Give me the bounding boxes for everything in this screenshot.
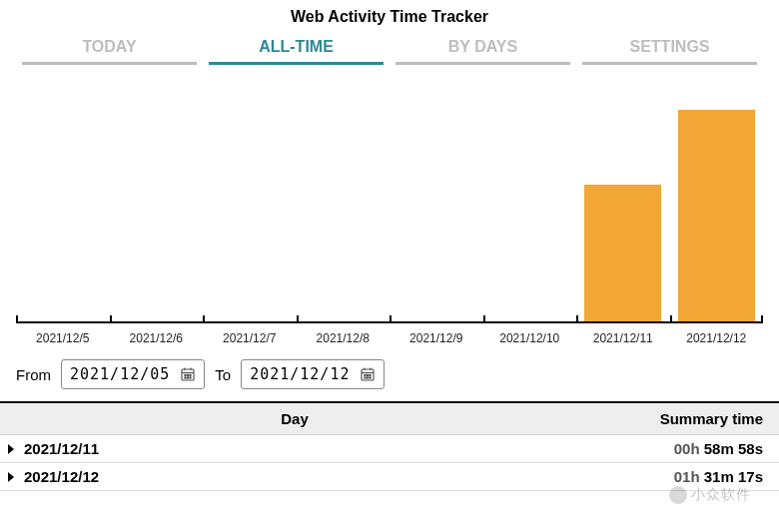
from-label: From <box>16 366 51 383</box>
svg-point-19 <box>370 377 371 378</box>
tab-bar: TODAY ALL-TIME BY DAYS SETTINGS <box>0 32 779 65</box>
chart-bar-slot <box>483 89 577 321</box>
column-day: Day <box>16 410 573 427</box>
svg-point-18 <box>368 377 369 378</box>
from-date-value: 2021/12/05 <box>70 365 170 383</box>
chart-bar-slot <box>110 89 204 321</box>
tab-all-time[interactable]: ALL-TIME <box>209 32 384 65</box>
tab-settings[interactable]: SETTINGS <box>582 32 757 65</box>
chart-bar-slot <box>576 89 670 321</box>
date-range-picker: From 2021/12/05 To 2021/12/12 <box>0 345 779 401</box>
svg-point-4 <box>185 374 186 375</box>
to-date-value: 2021/12/12 <box>250 365 350 383</box>
chart-bar[interactable] <box>584 185 661 321</box>
row-date: 2021/12/12 <box>18 468 573 485</box>
svg-point-9 <box>190 377 191 378</box>
x-tick-label: 2021/12/9 <box>390 331 483 345</box>
svg-point-8 <box>188 377 189 378</box>
svg-point-15 <box>368 374 369 375</box>
table-row[interactable]: 2021/12/1100h 58m 58s <box>0 435 779 463</box>
tab-today[interactable]: TODAY <box>22 32 197 65</box>
row-date: 2021/12/11 <box>18 440 573 457</box>
x-tick-label: 2021/12/11 <box>576 331 670 345</box>
x-tick-label: 2021/12/7 <box>203 331 297 345</box>
table-row[interactable]: 2021/12/1201h 31m 17s <box>0 463 779 491</box>
chart-bar-slot <box>390 89 483 321</box>
calendar-icon[interactable] <box>180 366 196 382</box>
x-tick-label: 2021/12/8 <box>297 331 390 345</box>
x-tick-label: 2021/12/5 <box>16 331 110 345</box>
summary-table-header: Day Summary time <box>0 401 779 435</box>
x-tick-label: 2021/12/6 <box>110 331 204 345</box>
chevron-right-icon <box>4 471 18 483</box>
chevron-right-icon <box>4 443 18 455</box>
x-axis <box>16 321 763 323</box>
chart-bar-slot <box>16 89 110 321</box>
tab-by-days[interactable]: BY DAYS <box>395 32 570 65</box>
page-title: Web Activity Time Tracker <box>0 0 779 32</box>
x-tick-label: 2021/12/12 <box>670 331 764 345</box>
activity-bar-chart: 2021/12/52021/12/62021/12/72021/12/82021… <box>16 71 763 345</box>
svg-point-6 <box>190 374 191 375</box>
svg-point-14 <box>365 374 366 375</box>
chart-bar[interactable] <box>678 110 755 321</box>
from-date-input[interactable]: 2021/12/05 <box>61 359 205 389</box>
calendar-icon[interactable] <box>360 366 376 382</box>
row-time: 01h 31m 17s <box>573 468 763 485</box>
to-date-input[interactable]: 2021/12/12 <box>241 359 385 389</box>
svg-point-16 <box>370 374 371 375</box>
svg-point-5 <box>188 374 189 375</box>
svg-point-17 <box>365 377 366 378</box>
row-time: 00h 58m 58s <box>573 440 763 457</box>
svg-point-7 <box>185 377 186 378</box>
column-summary: Summary time <box>573 410 763 427</box>
to-label: To <box>215 366 231 383</box>
chart-bar-slot <box>297 89 390 321</box>
chart-bar-slot <box>203 89 297 321</box>
chart-bar-slot <box>670 89 764 321</box>
x-tick-label: 2021/12/10 <box>483 331 577 345</box>
